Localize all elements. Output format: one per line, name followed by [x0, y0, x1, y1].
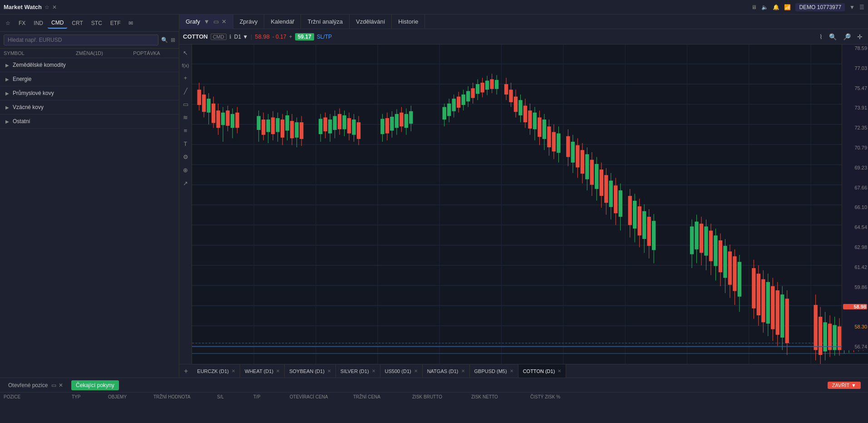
symbol-tab-us500[interactable]: US500 (D1) ✕ — [380, 364, 423, 378]
add-chart-tab[interactable]: + — [179, 367, 192, 375]
grafy-mini-icon[interactable]: ▭ — [213, 18, 219, 25]
star-icon[interactable]: ☆ — [44, 4, 49, 10]
svg-rect-149 — [571, 142, 575, 163]
symbol-tab-silver[interactable]: SILVER (D1) ✕ — [336, 364, 380, 378]
category-other[interactable]: ▶ Ostatní — [0, 114, 179, 129]
svg-rect-139 — [542, 119, 546, 139]
svg-rect-109 — [466, 91, 470, 101]
sidebar-tab-envelope[interactable]: ✉ — [125, 18, 137, 28]
svg-rect-201 — [733, 256, 736, 291]
open-positions-tab[interactable]: Otevřené pozice ▭ ✕ — [4, 380, 68, 390]
search-icon[interactable]: 🔍 — [161, 37, 168, 43]
symbol-tab-gbpusd[interactable]: GBPUSD (M5) ✕ — [470, 364, 518, 378]
grafy-dropdown-icon[interactable]: ▼ — [204, 18, 210, 25]
close-tab-eurczk[interactable]: ✕ — [232, 368, 235, 373]
speaker-icon[interactable]: 🔈 — [761, 4, 768, 10]
search-input[interactable] — [4, 35, 158, 45]
svg-rect-61 — [290, 121, 294, 138]
sidebar-tab-etf[interactable]: ETF — [107, 18, 124, 28]
close-all-button[interactable]: ZAVŘÍT ▼ — [828, 382, 861, 389]
expand-arrow: ▶ — [5, 91, 9, 96]
magnet-tool[interactable]: ⚙ — [182, 152, 190, 162]
zpravy-tab[interactable]: Zprávy — [233, 15, 265, 29]
symbol-tab-wheat[interactable]: WHEAT (D1) ✕ — [240, 364, 285, 378]
svg-rect-127 — [514, 97, 518, 112]
svg-rect-227 — [828, 323, 832, 350]
col-change: ZMĚNA(1D) — [61, 50, 118, 56]
category-industrial-metals[interactable]: ▶ Průmyslové kovy — [0, 86, 179, 100]
close-tab-us500[interactable]: ✕ — [414, 368, 418, 373]
zoom-out-icon[interactable]: 🔎 — [841, 32, 853, 41]
sidebar-tab-cmd[interactable]: CMD — [48, 18, 67, 29]
symbol-tab-cotton[interactable]: COTTON (D1) ✕ — [518, 364, 567, 378]
symbol-tab-natgas[interactable]: NATGAS (D1) ✕ — [423, 364, 470, 378]
chart-left-tools: ↖ f(x) + ╱ ▭ ≋ ≡ T ⚙ ⊕ ↗ — [179, 45, 192, 364]
svg-rect-187 — [700, 224, 703, 253]
close-tab-gbpusd[interactable]: ✕ — [510, 368, 513, 373]
zoom-in-icon[interactable]: 🔍 — [827, 32, 838, 41]
line-tool[interactable]: ╱ — [182, 86, 189, 96]
svg-rect-151 — [576, 145, 579, 168]
bell-icon[interactable]: 🔔 — [773, 4, 779, 10]
svg-rect-65 — [300, 122, 303, 139]
sltp-button[interactable]: SL/TP — [317, 34, 332, 40]
wifi-icon[interactable]: 📶 — [784, 4, 791, 10]
close-tab-wheat[interactable]: ✕ — [276, 368, 280, 373]
kalendar-tab[interactable]: Kalendář — [264, 15, 301, 29]
info-icon[interactable]: ℹ — [229, 34, 232, 40]
symbol-tab-soybean[interactable]: SOYBEAN (D1) ✕ — [285, 364, 336, 378]
grid-view-icon[interactable]: ⊞ — [171, 37, 175, 43]
svg-rect-123 — [504, 84, 508, 95]
share-tool[interactable]: ↗ — [182, 179, 189, 188]
sidebar-tab-ind[interactable]: IND — [30, 18, 47, 28]
pending-orders-tab[interactable]: Čekající pokyny — [71, 380, 119, 390]
positions-header: POZICE TYP OBJEMY TRŽNÍ HODNOTA S/L T/P … — [0, 393, 868, 401]
category-agricultural[interactable]: ▶ Zemědělské komodity — [0, 58, 179, 72]
symbol-tab-eurczk[interactable]: EURCZK (D1) ✕ — [192, 364, 240, 378]
close-tab-natgas[interactable]: ✕ — [461, 368, 465, 373]
svg-rect-117 — [485, 80, 489, 90]
top-bar-left: Market Watch ☆ ✕ — [4, 4, 57, 10]
fib-tool[interactable]: ≋ — [182, 113, 189, 122]
close-tab-cotton[interactable]: ✕ — [557, 368, 561, 373]
category-precious-metals[interactable]: ▶ Vzácné kovy — [0, 100, 179, 114]
close-panel-icon[interactable]: ✕ — [59, 382, 63, 388]
historie-tab[interactable]: Historie — [392, 15, 425, 29]
chevron-down-icon[interactable]: ▼ — [849, 4, 855, 10]
grafy-tab[interactable]: Grafy ▼ ▭ ✕ — [179, 15, 233, 29]
rect-tool[interactable]: ▭ — [182, 100, 190, 109]
text-tool[interactable]: T — [182, 139, 189, 149]
svg-rect-159 — [595, 164, 598, 189]
category-energy[interactable]: ▶ Energie — [0, 72, 179, 86]
svg-rect-49 — [261, 119, 265, 135]
monitor-icon[interactable]: 🖥 — [751, 4, 757, 10]
expand-arrow: ▶ — [5, 77, 9, 82]
svg-rect-85 — [380, 119, 384, 134]
close-window-icon[interactable]: ✕ — [52, 4, 57, 10]
ask-price-btn[interactable]: 59.17 — [295, 33, 314, 40]
channel-tool[interactable]: ≡ — [182, 126, 189, 135]
timeframe-selector[interactable]: D1 ▼ — [234, 34, 248, 40]
sidebar-tab-star[interactable]: ☆ — [2, 18, 14, 28]
trzni-analyza-tab[interactable]: Tržní analýza — [301, 15, 350, 29]
indicator-tool[interactable]: f(x) — [181, 61, 191, 70]
expand-arrow: ▶ — [5, 119, 9, 124]
vzdelavani-tab[interactable]: Vzdělávání — [350, 15, 392, 29]
svg-rect-179 — [647, 217, 651, 246]
add-tool[interactable]: + — [182, 73, 189, 83]
hamburger-icon[interactable]: ☰ — [859, 4, 864, 10]
close-tab-silver[interactable]: ✕ — [372, 368, 375, 373]
cursor-tool[interactable]: ↖ — [182, 48, 189, 58]
svg-rect-191 — [709, 231, 713, 261]
sidebar-tab-crt[interactable]: CRT — [68, 18, 86, 28]
chart-nav-tabs: Grafy ▼ ▭ ✕ Zprávy Kalendář Tržní analýz… — [179, 15, 868, 29]
close-tab-soybean[interactable]: ✕ — [327, 368, 331, 373]
sidebar-tab-stc[interactable]: STC — [88, 18, 106, 28]
grafy-close-icon[interactable]: ✕ — [222, 18, 227, 25]
draw-line-icon[interactable]: ⌇ — [818, 32, 824, 41]
minimize-icon[interactable]: ▭ — [51, 382, 56, 388]
sidebar-tab-fx[interactable]: FX — [15, 18, 29, 28]
plus-icon[interactable]: + — [289, 34, 292, 40]
layers-tool[interactable]: ⊕ — [182, 165, 189, 175]
crosshair-icon[interactable]: ✛ — [855, 32, 864, 41]
